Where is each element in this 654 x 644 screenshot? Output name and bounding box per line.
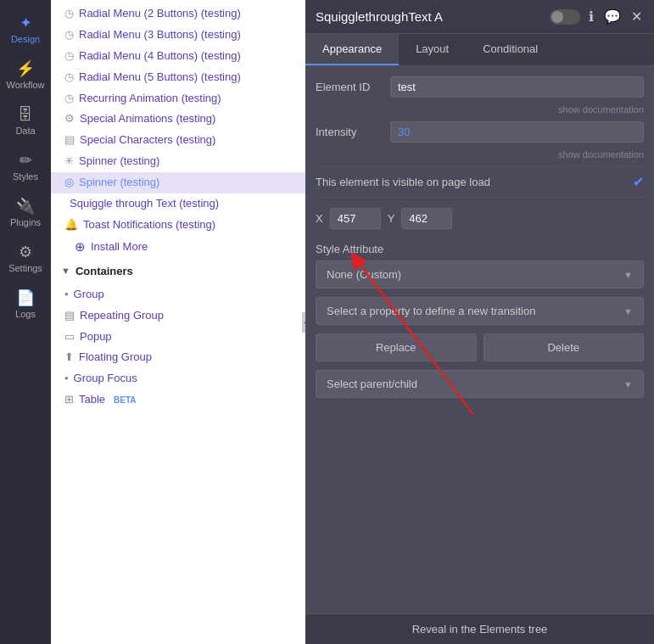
settings-icon: ⚙ [19, 244, 32, 260]
coords-row: X Y [316, 208, 644, 229]
list-item-table[interactable]: ⊞ Table BETA [51, 389, 305, 411]
header-icons: ℹ 💬 ✕ [550, 7, 644, 26]
panel-content: Element ID show documentation Intensity … [305, 66, 654, 613]
list-item[interactable]: ◷ Recurring Animation (testing) [51, 88, 305, 109]
design-icon: ✦ [20, 15, 32, 31]
panel-title: SquigglethroughText A [316, 9, 443, 24]
clock-icon: ◷ [64, 7, 74, 21]
popup-icon: ▭ [64, 330, 75, 344]
list-item-group[interactable]: ▪ Group [51, 284, 305, 305]
element-id-doc-link[interactable]: show documentation [316, 104, 644, 115]
list-item-popup[interactable]: ▭ Popup [51, 327, 305, 348]
group-icon: ▪ [64, 288, 69, 302]
style-attr-dropdown[interactable]: None (Custom) ▼ [316, 260, 644, 288]
parent-child-dropdown[interactable]: Select parent/child ▼ [316, 370, 644, 398]
style-attr-label: Style Attribute [316, 243, 644, 255]
chevron-down-icon: ▼ [623, 379, 633, 389]
list-item[interactable]: 🔔 Toast Notifications (testing) [51, 215, 305, 236]
transition-dropdown[interactable]: Select a property to define a new transi… [316, 297, 644, 325]
list-item[interactable]: ✳ Spinner (testing) [51, 151, 305, 172]
collapse-arrow-icon: ▼ [61, 266, 70, 276]
list-item[interactable]: Squiggle through Text (testing) [51, 193, 305, 215]
containers-section-header[interactable]: ▼ Containers [51, 258, 305, 284]
install-more-button[interactable]: ⊕ Install More [51, 236, 305, 258]
elements-panel: ◷ Radial Menu (2 Buttons) (testing) ◷ Ra… [51, 0, 305, 644]
list-item[interactable]: ▤ Special Characters (testing) [51, 130, 305, 151]
group-focus-icon: ▪ [64, 372, 69, 386]
tab-layout[interactable]: Layout [399, 34, 466, 65]
clock-icon: ◷ [64, 70, 74, 85]
nav-item-data[interactable]: 🗄 Data [0, 98, 51, 144]
chat-icon[interactable]: 💬 [602, 7, 623, 26]
panel-tabs: Appearance Layout Conditional [305, 34, 654, 66]
element-id-input[interactable] [390, 76, 644, 98]
x-label: X [316, 212, 323, 225]
beta-badge: BETA [114, 395, 136, 406]
close-icon[interactable]: ✕ [629, 7, 644, 26]
floating-group-icon: ⬆ [64, 350, 74, 365]
elements-list: ◷ Radial Menu (2 Buttons) (testing) ◷ Ra… [51, 0, 305, 644]
nav-item-workflow[interactable]: ⚡ Workflow [0, 53, 51, 98]
delete-button[interactable]: Delete [484, 333, 645, 361]
reveal-elements-tree-button[interactable]: Reveal in the Elements tree [305, 613, 654, 644]
toggle-knob [551, 11, 563, 23]
nav-item-logs[interactable]: 📄 Logs [0, 282, 51, 328]
clock-icon: ◷ [64, 92, 74, 106]
parent-child-placeholder: Select parent/child [327, 378, 417, 390]
table-icon: ⊞ [64, 393, 74, 407]
list-item[interactable]: ◷ Radial Menu (5 Buttons) (testing) [51, 67, 305, 88]
toggle-switch[interactable] [550, 9, 580, 25]
collapse-panel-handle[interactable]: ◀ [302, 312, 305, 333]
style-attr-value: None (Custom) [327, 268, 401, 281]
doc-icon: ▤ [64, 133, 75, 148]
list-item[interactable]: ⚙ Special Animations (testing) [51, 109, 305, 130]
intensity-label: Intensity [316, 126, 383, 138]
nav-item-design[interactable]: ✦ Design [0, 7, 51, 53]
circle-icon: ◎ [64, 176, 74, 190]
visibility-row: This element is visible on page load ✔ [316, 166, 644, 198]
panel-header: SquigglethroughText A ℹ 💬 ✕ [305, 0, 654, 34]
nav-item-styles[interactable]: ✏ Styles [0, 144, 51, 190]
list-item-repeating-group[interactable]: ▤ Repeating Group [51, 305, 305, 327]
element-id-row: Element ID [316, 76, 644, 98]
properties-panel: SquigglethroughText A ℹ 💬 ✕ Appearance L… [305, 0, 654, 644]
plus-icon: ⊕ [75, 239, 86, 255]
y-input[interactable] [401, 208, 452, 229]
bell-icon: 🔔 [64, 218, 78, 232]
list-item-group-focus[interactable]: ▪ Group Focus [51, 368, 305, 389]
styles-icon: ✏ [20, 153, 32, 168]
intensity-input[interactable] [390, 121, 644, 143]
clock-icon: ◷ [64, 28, 74, 42]
nav-item-plugins[interactable]: 🔌 Plugins [0, 190, 51, 236]
visibility-check-icon[interactable]: ✔ [633, 174, 644, 190]
chevron-down-icon: ▼ [623, 306, 633, 316]
element-id-label: Element ID [316, 81, 383, 93]
data-icon: 🗄 [18, 107, 33, 122]
visibility-text: This element is visible on page load [316, 176, 490, 188]
list-item[interactable]: ◷ Radial Menu (2 Buttons) (testing) [51, 3, 305, 25]
x-input[interactable] [330, 208, 381, 229]
tab-conditional[interactable]: Conditional [466, 34, 555, 65]
chevron-down-icon: ▼ [623, 270, 633, 280]
intensity-doc-link[interactable]: show documentation [316, 149, 644, 160]
repeating-group-icon: ▤ [64, 309, 75, 323]
nav-sidebar: ✦ Design ⚡ Workflow 🗄 Data ✏ Styles 🔌 Pl… [0, 0, 51, 644]
gear-icon: ⚙ [64, 112, 75, 126]
plugins-icon: 🔌 [16, 199, 35, 214]
asterisk-icon: ✳ [64, 154, 74, 169]
clock-icon: ◷ [64, 49, 74, 64]
transition-placeholder: Select a property to define a new transi… [327, 305, 535, 317]
list-item[interactable]: ◷ Radial Menu (4 Buttons) (testing) [51, 46, 305, 67]
workflow-icon: ⚡ [16, 61, 35, 76]
list-item-floating-group[interactable]: ⬆ Floating Group [51, 347, 305, 368]
action-buttons-row: Replace Delete [316, 333, 644, 361]
y-label: Y [388, 212, 395, 225]
replace-button[interactable]: Replace [316, 333, 477, 361]
list-item-spinner-active[interactable]: ◎ Spinner (testing) [51, 172, 305, 193]
nav-item-settings[interactable]: ⚙ Settings [0, 236, 51, 282]
logs-icon: 📄 [16, 290, 35, 305]
list-item[interactable]: ◷ Radial Menu (3 Buttons) (testing) [51, 25, 305, 46]
info-icon[interactable]: ℹ [587, 7, 595, 26]
intensity-row: Intensity [316, 121, 644, 143]
tab-appearance[interactable]: Appearance [305, 34, 399, 65]
